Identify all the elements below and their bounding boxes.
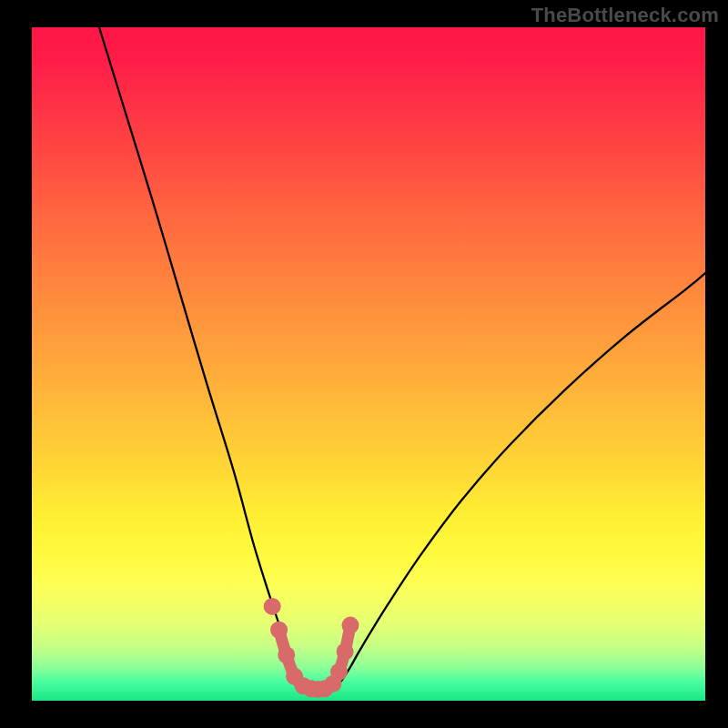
curve-layer xyxy=(99,27,705,687)
curve-path xyxy=(335,273,705,687)
chart-frame: TheBottleneck.com xyxy=(0,0,728,728)
data-point-marker xyxy=(330,663,348,681)
data-point-marker xyxy=(278,646,295,663)
plot-area xyxy=(32,27,705,701)
data-point-marker xyxy=(337,642,354,660)
data-point-marker xyxy=(264,598,281,615)
watermark-text: TheBottleneck.com xyxy=(531,4,719,27)
marker-layer xyxy=(264,598,359,698)
chart-overlay xyxy=(32,27,705,701)
data-point-marker xyxy=(270,622,288,639)
curve-path xyxy=(99,27,305,687)
data-point-marker xyxy=(342,617,359,634)
